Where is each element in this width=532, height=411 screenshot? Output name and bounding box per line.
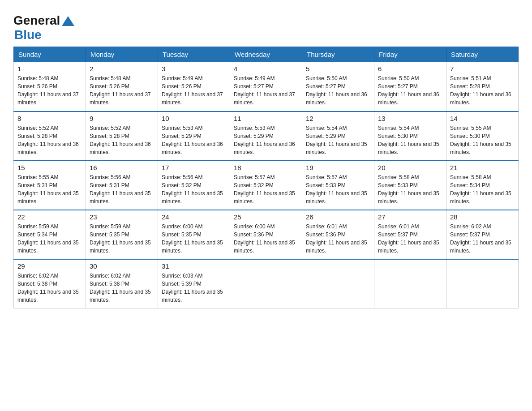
day-info: Sunrise: 5:52 AMSunset: 5:28 PMDaylight:… — [17, 124, 82, 156]
calendar-cell: 31Sunrise: 6:03 AMSunset: 5:39 PMDayligh… — [158, 259, 230, 308]
calendar-cell: 7Sunrise: 5:51 AMSunset: 5:28 PMDaylight… — [446, 62, 519, 111]
day-info: Sunrise: 5:51 AMSunset: 5:28 PMDaylight:… — [450, 74, 515, 107]
day-number: 6 — [378, 65, 442, 73]
weekday-header-saturday: Saturday — [446, 47, 519, 62]
day-number: 15 — [17, 164, 82, 171]
day-info: Sunrise: 6:02 AMSunset: 5:37 PMDaylight:… — [450, 223, 515, 255]
calendar-cell: 18Sunrise: 5:57 AMSunset: 5:32 PMDayligh… — [230, 161, 302, 210]
day-info: Sunrise: 5:54 AMSunset: 5:29 PMDaylight:… — [306, 124, 370, 156]
day-info: Sunrise: 6:03 AMSunset: 5:39 PMDaylight:… — [162, 272, 226, 304]
calendar-cell — [446, 259, 519, 308]
day-number: 4 — [234, 65, 298, 73]
day-number: 24 — [162, 213, 226, 221]
day-info: Sunrise: 6:01 AMSunset: 5:36 PMDaylight:… — [306, 223, 370, 255]
day-info: Sunrise: 5:50 AMSunset: 5:27 PMDaylight:… — [378, 74, 442, 107]
logo-blue-text: Blue — [14, 28, 42, 42]
weekday-header-sunday: Sunday — [14, 47, 86, 62]
week-row-1: 1Sunrise: 5:48 AMSunset: 5:26 PMDaylight… — [14, 62, 519, 111]
day-number: 10 — [162, 115, 226, 122]
weekday-header-tuesday: Tuesday — [158, 47, 230, 62]
calendar-cell: 9Sunrise: 5:52 AMSunset: 5:28 PMDaylight… — [86, 111, 158, 161]
day-info: Sunrise: 6:02 AMSunset: 5:38 PMDaylight:… — [17, 272, 82, 304]
day-number: 8 — [17, 115, 82, 122]
day-number: 19 — [306, 164, 370, 171]
day-info: Sunrise: 5:49 AMSunset: 5:27 PMDaylight:… — [234, 74, 298, 107]
day-number: 13 — [378, 115, 442, 122]
day-number: 5 — [306, 65, 370, 73]
calendar-cell: 17Sunrise: 5:56 AMSunset: 5:32 PMDayligh… — [158, 161, 230, 210]
week-row-4: 22Sunrise: 5:59 AMSunset: 5:34 PMDayligh… — [14, 210, 519, 259]
day-info: Sunrise: 5:52 AMSunset: 5:28 PMDaylight:… — [90, 124, 154, 156]
day-info: Sunrise: 5:48 AMSunset: 5:26 PMDaylight:… — [17, 74, 82, 107]
calendar-cell: 20Sunrise: 5:58 AMSunset: 5:33 PMDayligh… — [374, 161, 446, 210]
calendar-cell: 23Sunrise: 5:59 AMSunset: 5:35 PMDayligh… — [86, 210, 158, 259]
calendar-cell: 10Sunrise: 5:53 AMSunset: 5:29 PMDayligh… — [158, 111, 230, 161]
calendar-cell: 8Sunrise: 5:52 AMSunset: 5:28 PMDaylight… — [14, 111, 86, 161]
week-row-5: 29Sunrise: 6:02 AMSunset: 5:38 PMDayligh… — [14, 259, 519, 308]
day-number: 16 — [90, 164, 154, 171]
calendar-cell: 6Sunrise: 5:50 AMSunset: 5:27 PMDaylight… — [374, 62, 446, 111]
calendar-cell: 2Sunrise: 5:48 AMSunset: 5:26 PMDaylight… — [86, 62, 158, 111]
logo-general-text: General — [13, 13, 60, 28]
calendar-cell — [230, 259, 302, 308]
week-row-2: 8Sunrise: 5:52 AMSunset: 5:28 PMDaylight… — [14, 111, 519, 161]
calendar-cell: 25Sunrise: 6:00 AMSunset: 5:36 PMDayligh… — [230, 210, 302, 259]
logo: General Blue — [13, 13, 75, 42]
day-number: 1 — [17, 65, 82, 73]
day-info: Sunrise: 6:00 AMSunset: 5:36 PMDaylight:… — [234, 223, 298, 255]
week-row-3: 15Sunrise: 5:55 AMSunset: 5:31 PMDayligh… — [14, 161, 519, 210]
day-info: Sunrise: 5:59 AMSunset: 5:35 PMDaylight:… — [90, 223, 154, 255]
day-info: Sunrise: 5:56 AMSunset: 5:31 PMDaylight:… — [90, 173, 154, 206]
day-number: 3 — [162, 65, 226, 73]
day-info: Sunrise: 5:55 AMSunset: 5:31 PMDaylight:… — [17, 173, 82, 206]
calendar-cell: 1Sunrise: 5:48 AMSunset: 5:26 PMDaylight… — [14, 62, 86, 111]
day-info: Sunrise: 5:50 AMSunset: 5:27 PMDaylight:… — [306, 74, 370, 107]
day-number: 25 — [234, 213, 298, 221]
calendar-cell: 29Sunrise: 6:02 AMSunset: 5:38 PMDayligh… — [14, 259, 86, 308]
day-info: Sunrise: 6:02 AMSunset: 5:38 PMDaylight:… — [90, 272, 154, 304]
day-info: Sunrise: 6:01 AMSunset: 5:37 PMDaylight:… — [378, 223, 442, 255]
logo-triangle-icon — [62, 16, 74, 26]
calendar-cell: 15Sunrise: 5:55 AMSunset: 5:31 PMDayligh… — [14, 161, 86, 210]
day-number: 11 — [234, 115, 298, 122]
day-info: Sunrise: 5:53 AMSunset: 5:29 PMDaylight:… — [162, 124, 226, 156]
day-info: Sunrise: 5:54 AMSunset: 5:30 PMDaylight:… — [378, 124, 442, 156]
calendar-cell — [374, 259, 446, 308]
day-number: 9 — [90, 115, 154, 122]
day-info: Sunrise: 6:00 AMSunset: 5:35 PMDaylight:… — [162, 223, 226, 255]
day-info: Sunrise: 5:57 AMSunset: 5:33 PMDaylight:… — [306, 173, 370, 206]
day-number: 20 — [378, 164, 442, 171]
weekday-header-thursday: Thursday — [302, 47, 374, 62]
calendar-cell — [302, 259, 374, 308]
day-number: 23 — [90, 213, 154, 221]
day-number: 31 — [162, 262, 226, 270]
calendar-cell: 12Sunrise: 5:54 AMSunset: 5:29 PMDayligh… — [302, 111, 374, 161]
calendar-cell: 30Sunrise: 6:02 AMSunset: 5:38 PMDayligh… — [86, 259, 158, 308]
day-number: 7 — [450, 65, 515, 73]
weekday-header-wednesday: Wednesday — [230, 47, 302, 62]
calendar-cell: 19Sunrise: 5:57 AMSunset: 5:33 PMDayligh… — [302, 161, 374, 210]
day-number: 18 — [234, 164, 298, 171]
weekday-header-friday: Friday — [374, 47, 446, 62]
day-info: Sunrise: 5:55 AMSunset: 5:30 PMDaylight:… — [450, 124, 515, 156]
day-info: Sunrise: 5:59 AMSunset: 5:34 PMDaylight:… — [17, 223, 82, 255]
calendar-cell: 5Sunrise: 5:50 AMSunset: 5:27 PMDaylight… — [302, 62, 374, 111]
weekday-header-row: SundayMondayTuesdayWednesdayThursdayFrid… — [14, 47, 519, 62]
day-number: 30 — [90, 262, 154, 270]
calendar-cell: 14Sunrise: 5:55 AMSunset: 5:30 PMDayligh… — [446, 111, 519, 161]
calendar-cell: 13Sunrise: 5:54 AMSunset: 5:30 PMDayligh… — [374, 111, 446, 161]
calendar-cell: 16Sunrise: 5:56 AMSunset: 5:31 PMDayligh… — [86, 161, 158, 210]
calendar-cell: 4Sunrise: 5:49 AMSunset: 5:27 PMDaylight… — [230, 62, 302, 111]
calendar-cell: 11Sunrise: 5:53 AMSunset: 5:29 PMDayligh… — [230, 111, 302, 161]
day-info: Sunrise: 5:57 AMSunset: 5:32 PMDaylight:… — [234, 173, 298, 206]
weekday-header-monday: Monday — [86, 47, 158, 62]
day-number: 22 — [17, 213, 82, 221]
day-number: 12 — [306, 115, 370, 122]
calendar-cell: 27Sunrise: 6:01 AMSunset: 5:37 PMDayligh… — [374, 210, 446, 259]
page-header: General Blue — [13, 9, 519, 42]
day-number: 28 — [450, 213, 515, 221]
day-info: Sunrise: 5:53 AMSunset: 5:29 PMDaylight:… — [234, 124, 298, 156]
day-info: Sunrise: 5:48 AMSunset: 5:26 PMDaylight:… — [90, 74, 154, 107]
calendar-cell: 26Sunrise: 6:01 AMSunset: 5:36 PMDayligh… — [302, 210, 374, 259]
day-number: 26 — [306, 213, 370, 221]
